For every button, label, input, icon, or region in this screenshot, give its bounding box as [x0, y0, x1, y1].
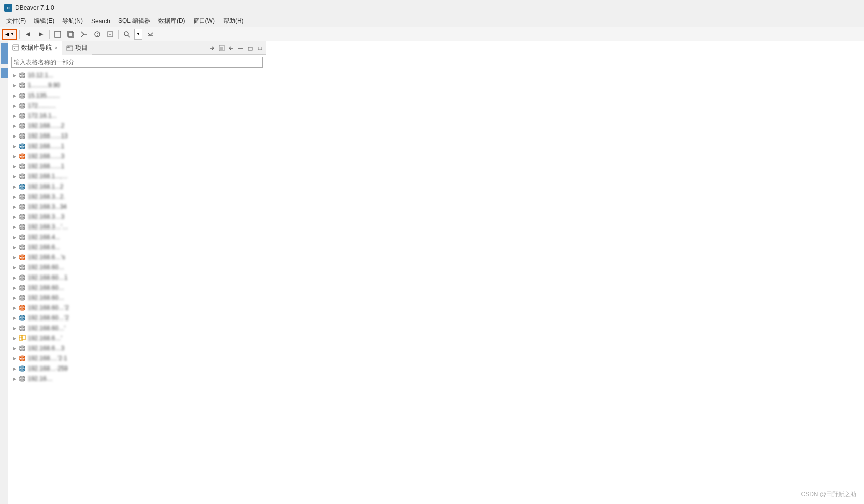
tree-item[interactable]: ▶ 192.168.…..13 [8, 131, 266, 141]
tree-db-icon [18, 91, 26, 100]
tree-item[interactable]: ▶ 192.168.…..1 [8, 141, 266, 151]
tree-item[interactable]: ▶ 192.168.3…3 [8, 212, 266, 222]
tree-item-label: 192.168.3...2. [28, 193, 65, 200]
tree-item[interactable]: ▶ 192.168.60… [8, 293, 266, 303]
tree-item-label: 192.168.60…'2 [28, 314, 69, 322]
tree-arrow-icon: ▶ [11, 365, 18, 372]
nav-dropdown-arrow-icon: ▼ [10, 32, 14, 36]
tree-item[interactable]: ▶ 15.135........ [8, 90, 266, 101]
tree-arrow-icon: ▶ [11, 143, 18, 150]
tab-db-navigator[interactable]: 数据库导航 × [8, 41, 62, 55]
svg-rect-2 [55, 31, 61, 37]
tree-item-label: 192.168.6…3 [28, 345, 64, 352]
tree-item-label: 192.168.6…' [28, 335, 62, 342]
toolbar-btn-2[interactable] [65, 29, 77, 40]
tree-item[interactable]: ▶ 192.168.6…' [8, 333, 266, 343]
tree-item[interactable]: ▶ 192.168.6…3 [8, 343, 266, 353]
tree-arrow-icon: ▶ [11, 345, 18, 352]
menu-help[interactable]: 帮助(H) [219, 16, 248, 26]
tree-item[interactable]: ▶ 192.168…·259 [8, 363, 266, 374]
toolbar-btn-4[interactable] [91, 29, 103, 40]
toolbar-forward-btn[interactable]: ▶ [35, 29, 47, 40]
tree-item[interactable]: ▶ 192.168.60… [8, 262, 266, 272]
menu-window[interactable]: 窗口(W) [189, 16, 219, 26]
toolbar-btn-1[interactable] [52, 29, 64, 40]
tree-item[interactable]: ▶ 192.16… [8, 374, 266, 384]
tree-item-label: 192.168.1...2 [28, 183, 63, 190]
tree-item-label: 192.168.1...,… [28, 173, 68, 180]
tree-item[interactable]: ▶ 192.168.3...34 [8, 202, 266, 212]
tree-item[interactable]: ▶ 192.168.3…'… [8, 222, 266, 232]
table-search-input[interactable] [11, 57, 263, 68]
tree-item[interactable]: ▶ ! 192.168.6…'s [8, 252, 266, 262]
tree-item[interactable]: ▶ 192.168.…..2 [8, 121, 266, 131]
tree-arrow-icon: ▶ [11, 264, 18, 271]
tree-item-label: 172.......… [28, 102, 56, 109]
menu-database[interactable]: 数据库(D) [154, 16, 189, 26]
tree-item-label: 192.168.60…' [28, 325, 65, 332]
tree-item-label: 192.168.60… [28, 264, 64, 271]
tree-item-label: 192.168.6…'s [28, 254, 65, 261]
tree-db-icon: ! [18, 304, 26, 312]
tab-db-navigator-close[interactable]: × [55, 45, 58, 51]
search-dropdown-arrow-icon: ▼ [136, 32, 140, 36]
nav-dropdown[interactable]: ◀ ▼ [2, 29, 17, 40]
tab-toolbar-navigate-btn[interactable] [207, 43, 217, 53]
tab-toolbar-link-btn[interactable] [227, 43, 236, 53]
tree-db-icon [18, 364, 26, 373]
tree-item[interactable]: ▶ ! 192.168.60…'2 [8, 303, 266, 313]
nav-back-icon: ◀ [5, 31, 9, 37]
tree-list: ▶ 10.12.1...▶ 1..........9.90▶ 15.135...… [8, 70, 266, 504]
tree-item[interactable]: ▶ 192.168.1...,… [8, 171, 266, 181]
tree-arrow-icon: ▶ [11, 122, 18, 129]
left-markers [0, 41, 8, 504]
svg-point-11 [124, 32, 128, 36]
svg-rect-14 [13, 45, 19, 50]
tab-toolbar-collapse-btn[interactable]: — [236, 43, 245, 53]
marker-btn-1[interactable] [1, 43, 8, 64]
search-type-dropdown[interactable]: ▼ [134, 29, 142, 40]
toolbar-btn-5[interactable] [104, 29, 116, 40]
tab-toolbar-maximize-btn[interactable]: □ [255, 43, 265, 53]
menu-file[interactable]: 文件(F) [2, 16, 30, 26]
tree-item[interactable]: ▶ ! 192.168.…'2·1 [8, 353, 266, 363]
search-box-container [8, 55, 266, 70]
tree-db-icon [18, 142, 26, 150]
tab-toolbar-filter-btn[interactable] [217, 43, 226, 53]
tab-project[interactable]: 项目 [62, 41, 92, 55]
tree-item[interactable]: ▶ 192.168.60…'2 [8, 313, 266, 323]
tree-db-icon [18, 122, 26, 130]
tree-item[interactable]: ▶ 192.168.…..1 [8, 161, 266, 171]
toolbar-separator-2 [49, 30, 50, 39]
tree-item-label: 192.168.60…'2 [28, 304, 69, 311]
tab-toolbar-minimize-btn[interactable] [246, 43, 255, 53]
tree-db-icon [18, 213, 26, 221]
tree-item[interactable]: ▶ 172.16.1... [8, 111, 266, 121]
tree-db-icon [18, 172, 26, 180]
tree-item-label: 192.168.4... [28, 234, 60, 241]
toolbar-btn-6[interactable] [121, 29, 133, 40]
marker-btn-2[interactable] [1, 68, 8, 78]
tree-item[interactable]: ▶ 192.168.60…1 [8, 272, 266, 283]
menu-edit[interactable]: 编辑(E) [30, 16, 58, 26]
toolbar-btn-3[interactable] [78, 29, 90, 40]
tree-item[interactable]: ▶ 172.......… [8, 101, 266, 111]
tree-item[interactable]: ▶ 192.168.6... [8, 242, 266, 252]
menu-search[interactable]: Search [87, 17, 114, 26]
title-bar: D DBeaver 7.1.0 [0, 0, 864, 15]
toolbar-back-btn[interactable]: ◀ [22, 29, 34, 40]
app-icon: D [4, 4, 12, 12]
tree-item[interactable]: ▶ 192.168.60… [8, 283, 266, 293]
tree-item[interactable]: ▶ ! 192.168.…..3 [8, 151, 266, 161]
tree-item[interactable]: ▶ 192.168.1...2 [8, 181, 266, 192]
tree-item[interactable]: ▶ 192.168.60…' [8, 323, 266, 333]
tree-item[interactable]: ▶ 192.168.4... [8, 232, 266, 242]
tree-item[interactable]: ▶ 1..........9.90 [8, 80, 266, 90]
tree-item[interactable]: ▶ 10.12.1... [8, 70, 266, 80]
toolbar-btn-7[interactable] [144, 29, 156, 40]
tree-db-icon: ! [18, 253, 26, 261]
tree-item[interactable]: ▶ 192.168.3...2. [8, 192, 266, 202]
menu-navigate[interactable]: 导航(N) [58, 16, 87, 26]
menu-sql[interactable]: SQL 编辑器 [114, 16, 154, 26]
tree-item-label: 192.168.60…1 [28, 274, 68, 281]
